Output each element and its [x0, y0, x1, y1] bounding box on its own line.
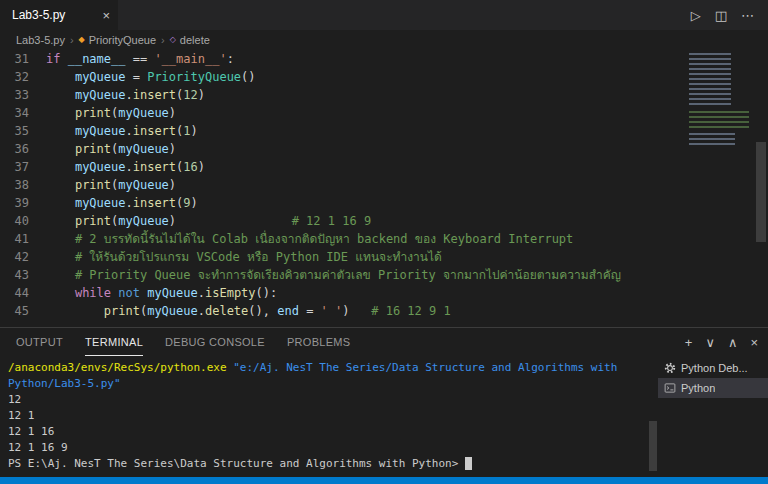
symbol-class-icon: ◆ — [79, 36, 85, 44]
line-number: 45 — [0, 302, 46, 320]
line-number: 34 — [0, 104, 46, 122]
panel-tab-output[interactable]: OUTPUT — [16, 329, 63, 356]
terminal[interactable]: /anaconda3/envs/RecSys/python.exe "e:/Aj… — [0, 356, 658, 477]
code-token: __name__ — [68, 52, 126, 66]
status-bar — [0, 477, 768, 484]
code-token: ) — [342, 304, 349, 318]
terminal-output: /anaconda3/envs/RecSys/python.exe "e:/Aj… — [8, 360, 658, 472]
code-text: myQueue.insert(9) — [46, 194, 198, 212]
code-line: 39 myQueue.insert(9) — [0, 194, 768, 212]
editor-scrollbar-thumb[interactable] — [756, 142, 766, 242]
code-line: 42 # ให้รันด้วยโปรแกรม VSCode หรือ Pytho… — [0, 248, 768, 266]
code-text: print(myQueue) — [46, 104, 176, 122]
code-token — [46, 142, 75, 156]
code-token: myQueue — [75, 160, 126, 174]
panel-tab-problems[interactable]: PROBLEMS — [287, 329, 351, 356]
editor-scrollbar[interactable] — [754, 50, 768, 327]
terminal-line: /anaconda3/envs/RecSys/python.exe "e:/Aj… — [8, 360, 658, 376]
editor-tab[interactable]: Lab3-5.py × — [0, 0, 118, 30]
code-token: ) — [198, 160, 205, 174]
breadcrumb-item[interactable]: Lab3-5.py — [16, 34, 65, 46]
panel-tab-debug-console[interactable]: DEBUG CONSOLE — [165, 329, 265, 356]
line-number: 32 — [0, 68, 46, 86]
breadcrumb-separator-icon: › — [161, 34, 165, 46]
code-text: # 2 บรรทัดนี้รันไม่ได้ใน Colab เนื่องจาก… — [46, 230, 573, 248]
line-number: 44 — [0, 284, 46, 302]
panel-tabs: OUTPUTTERMINALDEBUG CONSOLEPROBLEMS — [16, 329, 350, 356]
terminal-text: "e:/Aj. NesT The Series/Data Structure a… — [233, 361, 617, 374]
terminal-line: 12 1 16 — [8, 424, 658, 440]
tab-label: Lab3-5.py — [12, 8, 96, 22]
code-token: (): — [256, 286, 278, 300]
terminal-scrollbar-thumb[interactable] — [649, 421, 657, 471]
panel: OUTPUTTERMINALDEBUG CONSOLEPROBLEMS +∨∧×… — [0, 327, 768, 477]
code-token: myQueue — [75, 70, 126, 84]
breadcrumb-item-label: Lab3-5.py — [16, 34, 65, 46]
code-token: insert — [133, 124, 176, 138]
minimap-code-marks — [689, 133, 735, 145]
code-token: while — [75, 286, 111, 300]
line-number: 31 — [0, 50, 46, 68]
code-line: 41 # 2 บรรทัดนี้รันไม่ได้ใน Colab เนื่อง… — [0, 230, 768, 248]
code-token: ) — [169, 106, 176, 120]
code-token: print — [75, 178, 111, 192]
terminal-list-item-label: Python Deb... — [681, 362, 748, 374]
close-panel-icon[interactable]: × — [750, 335, 758, 350]
editor-lines: 31if __name__ == '__main__':32 myQueue =… — [0, 50, 768, 320]
code-token — [46, 286, 75, 300]
terminal-list-item[interactable]: Python — [658, 378, 768, 398]
code-line: 36 print(myQueue) — [0, 140, 768, 158]
code-token: ) — [169, 214, 176, 228]
code-token: myQueue — [118, 178, 169, 192]
chevron-up-icon[interactable]: ∧ — [728, 335, 738, 350]
more-actions-icon[interactable]: ⋯ — [741, 8, 754, 23]
code-token: ) — [198, 88, 205, 102]
split-editor-icon[interactable]: ◫ — [715, 8, 727, 23]
terminal-list-item[interactable]: Python Deb... — [658, 358, 768, 378]
breadcrumb-item[interactable]: ◆PriorityQueue — [79, 34, 156, 46]
code-token: = — [299, 304, 321, 318]
terminal-text: 12 — [8, 393, 21, 406]
code-token: ) — [191, 124, 198, 138]
code-token: myQueue — [147, 286, 198, 300]
code-token: insert — [133, 88, 176, 102]
code-token — [46, 268, 75, 282]
gear-icon — [664, 362, 676, 374]
minimap[interactable] — [689, 53, 753, 165]
code-line: 44 while not myQueue.isEmpty(): — [0, 284, 768, 302]
code-token: myQueue — [118, 106, 169, 120]
minimap-comment-marks — [689, 111, 749, 129]
terminal-cursor — [465, 457, 472, 470]
terminal-text: 12 1 — [8, 409, 35, 422]
breadcrumb-item[interactable]: ◇delete — [170, 34, 210, 46]
line-number: 41 — [0, 230, 46, 248]
code-token: insert — [133, 160, 176, 174]
code-token — [46, 178, 75, 192]
terminal-icon — [664, 382, 676, 394]
terminal-line: 12 1 — [8, 408, 658, 424]
code-text: print(myQueue) — [46, 176, 176, 194]
panel-actions: +∨∧× — [685, 335, 758, 350]
chevron-down-icon[interactable]: ∨ — [705, 335, 715, 350]
code-line: 31if __name__ == '__main__': — [0, 50, 768, 68]
new-terminal-icon[interactable]: + — [685, 335, 693, 350]
code-token — [46, 124, 75, 138]
terminal-scrollbar[interactable] — [648, 356, 658, 477]
code-token: == — [125, 52, 154, 66]
code-token: ' ' — [321, 304, 343, 318]
code-token: . — [198, 304, 205, 318]
code-token: print — [75, 106, 111, 120]
editor[interactable]: 31if __name__ == '__main__':32 myQueue =… — [0, 50, 768, 327]
code-token — [46, 88, 75, 102]
code-token — [46, 160, 75, 174]
line-number: 39 — [0, 194, 46, 212]
close-tab-icon[interactable]: × — [102, 8, 110, 23]
line-number: 43 — [0, 266, 46, 284]
code-token: () — [241, 70, 255, 84]
run-icon[interactable]: ▷ — [691, 8, 701, 23]
panel-tab-terminal[interactable]: TERMINAL — [85, 329, 143, 356]
terminal-line: Python/Lab3-5.py" — [8, 376, 658, 392]
code-token: myQueue — [75, 196, 126, 210]
line-number: 33 — [0, 86, 46, 104]
minimap-code-marks — [689, 53, 731, 105]
